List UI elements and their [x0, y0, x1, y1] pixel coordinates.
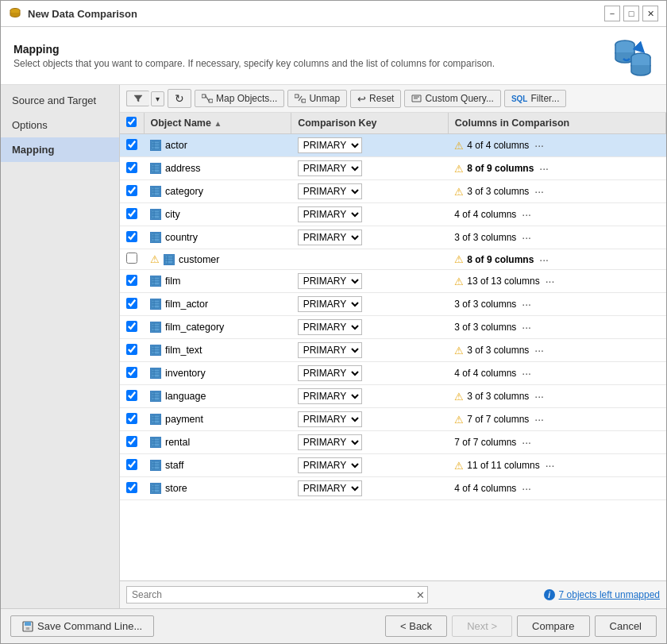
row-checkbox-cell [120, 339, 144, 362]
table-row[interactable]: film_actorPRIMARY3 of 3 columns··· [120, 293, 666, 316]
row-checkbox[interactable] [126, 413, 137, 424]
key-select[interactable]: PRIMARY [298, 480, 362, 496]
search-input[interactable] [126, 586, 428, 604]
reset-button[interactable]: ↩ Reset [350, 90, 401, 108]
more-options-button[interactable]: ··· [519, 298, 534, 310]
more-options-button[interactable]: ··· [519, 482, 534, 495]
key-select[interactable]: PRIMARY [298, 365, 362, 381]
table-row[interactable]: film_categoryPRIMARY3 of 3 columns··· [120, 316, 666, 339]
row-checkbox[interactable] [126, 231, 137, 242]
custom-query-button[interactable]: Custom Query... [404, 90, 500, 107]
th-comparison-key[interactable]: Comparison Key [291, 113, 449, 134]
key-select[interactable]: PRIMARY [298, 229, 362, 245]
map-objects-button[interactable]: Map Objects... [195, 90, 284, 107]
select-all-checkbox[interactable] [126, 117, 137, 127]
key-select[interactable]: PRIMARY [298, 273, 362, 289]
more-options-button[interactable]: ··· [519, 436, 534, 449]
key-select[interactable]: PRIMARY [298, 319, 362, 335]
table-row[interactable]: actorPRIMARY⚠4 of 4 columns··· [120, 134, 666, 157]
row-checkbox[interactable] [126, 298, 137, 309]
svg-rect-15 [152, 164, 160, 172]
table-icon [150, 163, 161, 174]
row-checkbox[interactable] [126, 459, 137, 470]
more-options-button[interactable]: ··· [543, 459, 557, 472]
row-name-text: inventory [165, 368, 206, 379]
row-key-cell: PRIMARY [291, 477, 449, 500]
more-options-button[interactable]: ··· [532, 185, 546, 198]
more-options-button[interactable]: ··· [532, 139, 546, 152]
save-command-line-button[interactable]: Save Command Line... [10, 615, 154, 637]
table-row[interactable]: ⚠customer⚠8 of 9 columns··· [120, 249, 666, 270]
more-options-button[interactable]: ··· [519, 208, 534, 221]
row-checkbox[interactable] [126, 367, 137, 378]
th-object-name[interactable]: Object Name ▲ [144, 113, 291, 134]
back-button[interactable]: < Back [385, 615, 447, 637]
table-container[interactable]: Object Name ▲ Comparison Key Columns in … [120, 113, 666, 580]
table-row[interactable]: rentalPRIMARY7 of 7 columns··· [120, 431, 666, 454]
row-checkbox[interactable] [126, 139, 137, 150]
table-icon [150, 232, 161, 243]
filter-btn[interactable]: SQL Filter... [504, 90, 567, 107]
key-select[interactable]: PRIMARY [298, 160, 362, 176]
table-row[interactable]: filmPRIMARY⚠13 of 13 columns··· [120, 270, 666, 293]
row-checkbox[interactable] [126, 208, 137, 219]
table-row[interactable]: cityPRIMARY4 of 4 columns··· [120, 203, 666, 226]
minimize-button[interactable]: − [604, 6, 620, 21]
row-checkbox[interactable] [126, 436, 137, 447]
row-checkbox[interactable] [126, 344, 137, 355]
row-checkbox[interactable] [126, 275, 137, 286]
svg-rect-3 [202, 94, 206, 98]
filter-label: Filter... [530, 93, 559, 104]
unmap-button[interactable]: Unmap [287, 90, 347, 107]
filter-dropdown[interactable]: ▾ [126, 91, 164, 106]
table-row[interactable]: countryPRIMARY3 of 3 columns··· [120, 226, 666, 249]
more-options-button[interactable]: ··· [537, 162, 551, 175]
more-options-button[interactable]: ··· [519, 321, 534, 334]
key-select[interactable]: PRIMARY [298, 183, 362, 199]
key-select[interactable]: PRIMARY [298, 411, 362, 427]
key-select[interactable]: PRIMARY [298, 388, 362, 404]
row-checkbox[interactable] [126, 482, 137, 493]
refresh-button[interactable]: ↻ [168, 89, 191, 108]
filter-arrow-button[interactable]: ▾ [151, 91, 164, 106]
key-select[interactable]: PRIMARY [298, 206, 362, 222]
sidebar-item-source-target[interactable]: Source and Target [1, 88, 119, 113]
sidebar-item-options[interactable]: Options [1, 113, 119, 137]
key-select[interactable]: PRIMARY [298, 457, 362, 473]
table-row[interactable]: film_textPRIMARY⚠3 of 3 columns··· [120, 339, 666, 362]
row-checkbox[interactable] [126, 321, 137, 332]
key-select[interactable]: PRIMARY [298, 342, 362, 358]
more-options-button[interactable]: ··· [519, 231, 534, 244]
row-checkbox[interactable] [126, 162, 137, 173]
table-row[interactable]: staffPRIMARY⚠11 of 11 columns··· [120, 454, 666, 477]
more-options-button[interactable]: ··· [532, 390, 546, 403]
table-row[interactable]: paymentPRIMARY⚠7 of 7 columns··· [120, 408, 666, 431]
filter-main-button[interactable] [126, 91, 149, 106]
key-select[interactable]: PRIMARY [298, 296, 362, 312]
search-clear-button[interactable]: ✕ [416, 589, 425, 601]
key-select[interactable]: PRIMARY [298, 137, 362, 153]
cancel-button[interactable]: Cancel [595, 615, 657, 637]
row-checkbox[interactable] [126, 390, 137, 401]
more-options-button[interactable]: ··· [519, 367, 534, 380]
sidebar-item-mapping[interactable]: Mapping [1, 137, 119, 162]
more-options-button[interactable]: ··· [532, 413, 546, 426]
table-row[interactable]: inventoryPRIMARY4 of 4 columns··· [120, 362, 666, 385]
table-row[interactable]: categoryPRIMARY⚠3 of 3 columns··· [120, 180, 666, 203]
close-button[interactable]: ✕ [642, 6, 658, 21]
more-options-button[interactable]: ··· [532, 344, 546, 357]
row-checkbox[interactable] [126, 185, 137, 196]
row-columns-cell: ⚠8 of 9 columns··· [448, 249, 665, 270]
row-checkbox-cell [120, 316, 144, 339]
table-row[interactable]: languagePRIMARY⚠3 of 3 columns··· [120, 385, 666, 408]
table-row[interactable]: addressPRIMARY⚠8 of 9 columns··· [120, 157, 666, 180]
maximize-button[interactable]: □ [623, 6, 639, 21]
key-select[interactable]: PRIMARY [298, 434, 362, 450]
compare-button[interactable]: Compare [517, 615, 589, 637]
unmapped-info[interactable]: i 7 objects left unmapped [544, 589, 660, 600]
table-row[interactable]: storePRIMARY4 of 4 columns··· [120, 477, 666, 500]
row-checkbox[interactable] [126, 253, 137, 264]
more-options-button[interactable]: ··· [537, 253, 551, 266]
more-options-button[interactable]: ··· [543, 275, 557, 287]
th-columns-in-comparison[interactable]: Columns in Comparison [448, 113, 665, 134]
